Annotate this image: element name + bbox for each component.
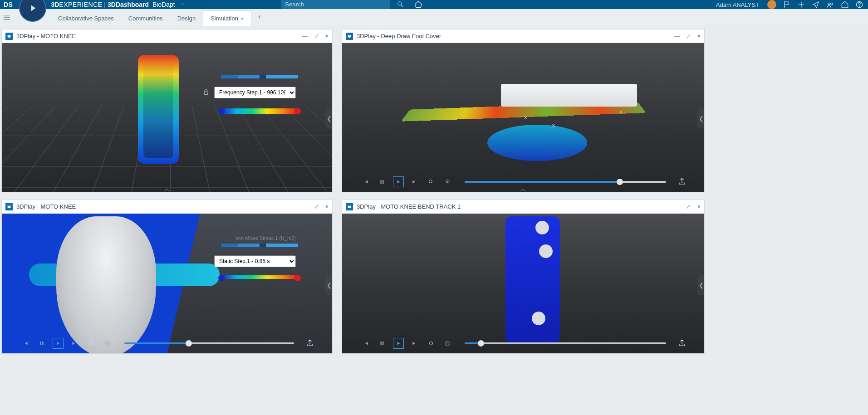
expand-button[interactable]: ⤢ — [314, 33, 319, 39]
color-legend[interactable] — [221, 275, 298, 279]
svg-point-6 — [831, 3, 833, 5]
viewport[interactable]: Von Mises Stress.1 (N_m2) Static Step.1 … — [2, 214, 332, 353]
header-right: Adam ANALYST — [716, 0, 863, 9]
flag-icon[interactable] — [783, 0, 791, 9]
marker-x: × — [524, 114, 527, 121]
tab-communities[interactable]: Communities — [121, 11, 170, 26]
play-button[interactable] — [393, 338, 404, 349]
home-icon[interactable] — [841, 0, 849, 9]
ds-logo: DS — [4, 1, 13, 8]
avatar[interactable] — [767, 0, 776, 9]
svg-marker-0 — [31, 5, 36, 11]
panel-header: 3DPlay - MOTO KNEE BEND TRACK 1 — ⤢ ▾ — [342, 200, 704, 214]
expand-button[interactable]: ⤢ — [686, 203, 691, 210]
skip-forward-button[interactable] — [409, 176, 420, 187]
svg-point-5 — [828, 3, 830, 5]
search-icon[interactable] — [397, 0, 404, 9]
minimize-button[interactable]: — — [674, 203, 680, 210]
user-name[interactable]: Adam ANALYST — [716, 1, 759, 8]
chevron-down-icon[interactable]: ▾ — [241, 16, 244, 21]
bottom-handle[interactable]: ︿ — [513, 186, 533, 192]
panel-menu-button[interactable]: ▾ — [697, 203, 701, 210]
minimize-button[interactable]: — — [674, 33, 680, 39]
pause-button[interactable] — [377, 338, 387, 349]
pause-button[interactable] — [377, 176, 387, 187]
svg-marker-16 — [57, 342, 60, 345]
svg-rect-11 — [383, 180, 383, 184]
tab-simulation[interactable]: Simulation▾ — [203, 10, 251, 26]
help-icon[interactable] — [855, 0, 863, 9]
panel-moto-knee-2: 3DPlay - MOTO KNEE — ⤢ ▾ Von Mises Stres… — [1, 200, 333, 354]
dashboard-grid: 3DPlay - MOTO KNEE — ⤢ ▾ Frequency Step.… — [0, 26, 868, 415]
play-button[interactable] — [393, 176, 404, 187]
svg-marker-12 — [397, 181, 400, 184]
model-moto-knee — [138, 55, 192, 182]
export-button[interactable] — [678, 339, 686, 348]
step-select[interactable]: Static Step.1 - 0.85 s — [214, 255, 296, 267]
timeline-track[interactable] — [465, 181, 666, 183]
share-icon[interactable] — [812, 0, 820, 9]
segment-bar[interactable] — [221, 75, 298, 78]
plus-icon[interactable] — [797, 0, 805, 9]
panel-moto-knee-bend: 3DPlay - MOTO KNEE BEND TRACK 1 — ⤢ ▾ — [342, 200, 705, 354]
side-handle[interactable]: ❮ — [697, 275, 704, 295]
panel-menu-button[interactable]: ▾ — [697, 33, 701, 39]
color-legend[interactable] — [221, 108, 298, 114]
tab-collaborative-spaces[interactable]: Collaborative Spaces — [51, 11, 121, 26]
export-button[interactable] — [678, 177, 686, 187]
minimize-button[interactable]: — — [302, 203, 308, 210]
expand-button[interactable]: ⤢ — [686, 33, 691, 39]
svg-rect-10 — [381, 180, 382, 184]
side-handle[interactable]: ❮ — [697, 108, 704, 128]
search-input[interactable] — [281, 0, 390, 9]
side-handle[interactable]: ❮ — [325, 108, 332, 128]
project-name[interactable]: BioDapt — [152, 1, 175, 8]
svg-rect-14 — [40, 342, 41, 345]
settings-button[interactable] — [102, 338, 113, 349]
skip-back-button[interactable] — [360, 338, 371, 349]
pause-button[interactable] — [36, 338, 47, 349]
viewport[interactable]: ❮ — [342, 214, 704, 353]
panel-title: 3DPlay - MOTO KNEE BEND TRACK 1 — [357, 203, 461, 210]
segment-bar[interactable] — [221, 244, 298, 247]
bottom-handle[interactable]: ︿ — [157, 186, 177, 192]
panel-deep-draw-foot: 3DPlay - Deep Draw Foot Cover — ⤢ ▾ × × … — [342, 29, 705, 192]
viewport[interactable]: × × × ❮ ︿ — [342, 43, 704, 192]
panel-title: 3DPlay - MOTO KNEE — [16, 203, 76, 210]
panel-menu-button[interactable]: ▾ — [325, 203, 329, 210]
skip-forward-button[interactable] — [409, 338, 420, 349]
menu-icon[interactable] — [3, 14, 11, 23]
app-icon — [346, 203, 353, 210]
community-icon[interactable] — [826, 0, 834, 9]
svg-point-18 — [106, 342, 108, 344]
chevron-down-icon[interactable] — [180, 1, 185, 8]
export-button[interactable] — [306, 339, 314, 348]
expand-button[interactable]: ⤢ — [314, 203, 319, 210]
side-handle[interactable]: ❮ — [325, 275, 332, 295]
timeline-track[interactable] — [465, 342, 666, 344]
loop-button[interactable] — [426, 176, 436, 187]
model-foot-cover: × × × — [406, 75, 642, 166]
skip-forward-button[interactable] — [69, 338, 80, 349]
settings-button[interactable] — [442, 176, 453, 187]
panel-header: 3DPlay - MOTO KNEE — ⤢ ▾ — [2, 29, 332, 43]
panel-header: 3DPlay - MOTO KNEE — ⤢ ▾ — [2, 200, 332, 214]
tab-design[interactable]: Design — [170, 11, 203, 26]
lock-icon[interactable] — [202, 88, 210, 97]
skip-back-button[interactable] — [360, 176, 371, 187]
loop-button[interactable] — [85, 338, 96, 349]
viewport[interactable]: Frequency Step.1 - 996.109 Hz ❮ ︿ — [2, 43, 332, 192]
app-icon — [5, 33, 13, 40]
panel-menu-button[interactable]: ▾ — [325, 33, 329, 39]
svg-point-19 — [105, 341, 110, 346]
settings-button[interactable] — [442, 338, 453, 349]
skip-back-button[interactable] — [20, 338, 31, 349]
step-select[interactable]: Frequency Step.1 - 996.109 Hz — [214, 87, 296, 98]
add-tab-button[interactable]: ＋ — [251, 8, 268, 26]
loop-button[interactable] — [426, 338, 436, 349]
panel-header: 3DPlay - Deep Draw Foot Cover — ⤢ ▾ — [342, 29, 704, 43]
play-button[interactable] — [53, 338, 64, 349]
timeline-track[interactable] — [124, 342, 294, 344]
minimize-button[interactable]: — — [302, 33, 308, 39]
playback-bar — [20, 338, 314, 349]
